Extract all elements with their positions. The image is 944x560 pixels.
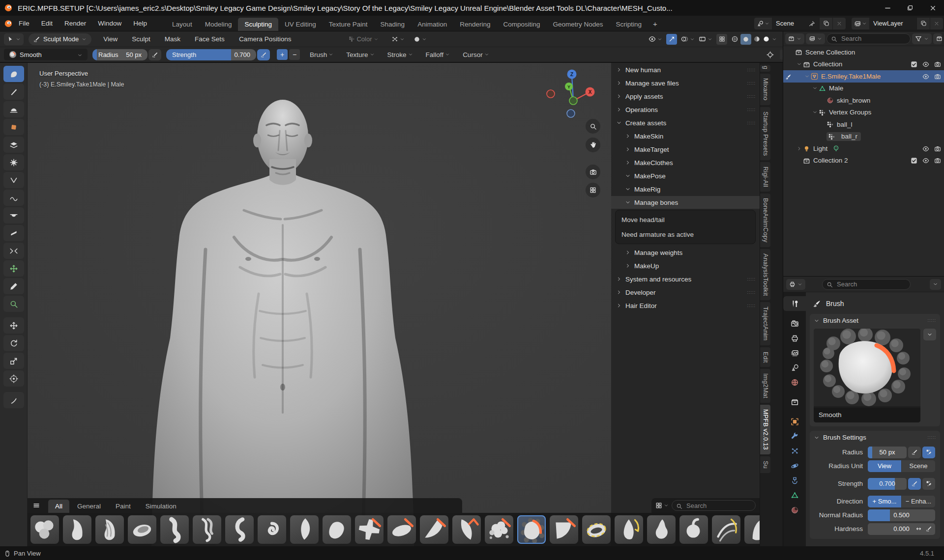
- sidebar-tab-mpfb-v2-0-13[interactable]: MPFB v2.0.13: [760, 405, 770, 454]
- check-toggle[interactable]: [911, 60, 917, 68]
- brush-thumbnail-wedge[interactable]: [550, 515, 578, 544]
- mpfb-section-create-assets[interactable]: Create assets:::::: [611, 116, 760, 129]
- properties-tab-render[interactable]: [783, 316, 806, 331]
- workspace-tab-scripting[interactable]: Scripting: [610, 18, 649, 31]
- sidebar-tab-startup-presets[interactable]: Startup Presets: [760, 107, 770, 161]
- outliner-display-mode-dropdown[interactable]: [785, 33, 804, 44]
- tool-clay-button[interactable]: [3, 101, 24, 117]
- camera-toggle[interactable]: [934, 73, 941, 80]
- tool-display-dropdown[interactable]: [391, 36, 405, 43]
- mpfb-section-maketarget[interactable]: MakeTarget: [611, 143, 760, 156]
- tool-scrape-button[interactable]: [3, 225, 24, 241]
- viewlayer-icon[interactable]: [852, 18, 869, 29]
- brush-thumbnail-cloud[interactable]: [485, 515, 513, 544]
- copy-scene-icon[interactable]: [820, 18, 832, 29]
- shelf-tab-simulation[interactable]: Simulation: [139, 500, 183, 513]
- properties-tab-physics[interactable]: [783, 458, 806, 473]
- direction-enha[interactable]: − Enha...: [902, 496, 935, 507]
- scene-field[interactable]: Scene: [772, 18, 819, 29]
- sidebar-tab-edit[interactable]: Edit: [760, 347, 770, 367]
- drag-grip-icon[interactable]: :::::: [747, 108, 756, 112]
- properties-tab-modifiers[interactable]: [783, 429, 806, 444]
- zoom-view-icon[interactable]: [586, 119, 600, 134]
- menu-help[interactable]: Help: [127, 16, 153, 31]
- color-attribute-dropdown[interactable]: Color: [349, 35, 378, 43]
- viewport-menu-mask[interactable]: Mask: [164, 35, 181, 43]
- eye-toggle[interactable]: [922, 60, 929, 68]
- mpfb-popup-item-move-head-tail[interactable]: Move head/tail: [616, 212, 755, 227]
- mpfb-section-developer[interactable]: Developer:::::: [611, 286, 760, 299]
- brush-thumbnail-crescent[interactable]: [452, 515, 481, 544]
- perspective-toggle-icon[interactable]: [586, 183, 600, 197]
- eye-toggle[interactable]: [922, 145, 929, 152]
- active-tool-button[interactable]: [4, 33, 24, 45]
- tool-rotate-button[interactable]: [3, 335, 24, 351]
- hamburger-menu-icon[interactable]: [32, 502, 40, 510]
- outliner-row-e-smiley-take1male[interactable]: E.Smiley.Take1Male: [783, 70, 944, 83]
- workspace-tab-uv-editing[interactable]: UV Editing: [278, 18, 323, 31]
- brush-settings-panel-header[interactable]: Brush Settings :::::: [810, 431, 940, 445]
- tool-crease-button[interactable]: [3, 172, 24, 188]
- shelf-search-input[interactable]: [685, 502, 751, 510]
- strength-slider[interactable]: Strength 0.700: [166, 49, 256, 60]
- camera-toggle[interactable]: [934, 157, 941, 164]
- outliner-search[interactable]: [826, 33, 911, 44]
- tool-transform-button[interactable]: [3, 370, 24, 387]
- brush-thumbnail-curve-arcs[interactable]: [712, 515, 740, 544]
- outliner-row-light[interactable]: Light: [783, 142, 944, 155]
- brush-thumbnail-cone[interactable]: [420, 515, 448, 544]
- mpfb-section-manage-save-files[interactable]: Manage save files:::::: [611, 77, 760, 89]
- filter-dropdown[interactable]: [912, 33, 932, 44]
- tool-mask-button[interactable]: [3, 278, 24, 294]
- drag-grip-icon[interactable]: :::::: [747, 68, 756, 72]
- panel-grip-icon[interactable]: :::::: [927, 319, 936, 322]
- drag-grip-icon[interactable]: :::::: [747, 95, 756, 98]
- drag-grip-icon[interactable]: :::::: [747, 304, 756, 308]
- mpfb-section-apply-assets[interactable]: Apply assets:::::: [611, 90, 760, 103]
- brush-thumbnail-dish[interactable]: [128, 515, 156, 544]
- blender-menu-icon[interactable]: [4, 19, 13, 28]
- sidebar-tab-partial[interactable]: g: [760, 65, 770, 72]
- outliner-row-ball-r[interactable]: ball_r: [783, 131, 944, 143]
- brush-thumbnail-leaf[interactable]: [290, 515, 319, 544]
- menu-render[interactable]: Render: [59, 16, 92, 31]
- brush-menu-falloff[interactable]: Falloff: [425, 51, 451, 58]
- brush-asset-menu-button[interactable]: [923, 329, 936, 340]
- menu-edit[interactable]: Edit: [35, 16, 59, 31]
- brush-thumbnail-pear[interactable]: [647, 515, 676, 544]
- camera-toggle[interactable]: [934, 60, 941, 68]
- menu-file[interactable]: File: [13, 16, 35, 31]
- brush-thumbnail-balls[interactable]: [30, 515, 59, 544]
- strength-brush-icon[interactable]: [922, 478, 935, 490]
- radius-unit-brush-icon[interactable]: [922, 447, 935, 458]
- mpfb-section-makeup[interactable]: MakeUp: [611, 259, 760, 272]
- mpfb-section-operations[interactable]: Operations:::::: [611, 103, 760, 116]
- workspace-tab-texture-paint[interactable]: Texture Paint: [323, 18, 374, 31]
- brush-thumbnail-hook[interactable]: [225, 515, 254, 544]
- tool-draw-sharp-button[interactable]: [3, 84, 24, 100]
- tool-pinch-button[interactable]: [3, 243, 24, 259]
- shelf-tab-paint[interactable]: Paint: [109, 500, 138, 513]
- tool-annotate-button[interactable]: [3, 392, 24, 408]
- viewport-menu-sculpt[interactable]: Sculpt: [131, 35, 151, 43]
- tool-flatten-button[interactable]: [3, 207, 24, 224]
- mpfb-section-manage-bones[interactable]: Manage bones: [611, 196, 760, 209]
- panel-grip-icon[interactable]: :::::: [927, 436, 936, 439]
- menu-window[interactable]: Window: [92, 16, 127, 31]
- shading-box-icon[interactable]: [716, 34, 727, 45]
- strength-prop-slider[interactable]: 0.700: [868, 478, 907, 490]
- outliner-search-input[interactable]: [840, 34, 906, 43]
- radius-unit-scene[interactable]: Scene: [902, 460, 935, 472]
- copy-viewlayer-icon[interactable]: [917, 18, 930, 29]
- tool-scale-button[interactable]: [3, 353, 24, 369]
- falloff-shape-dropdown[interactable]: [413, 36, 427, 43]
- brush-menu-texture[interactable]: Texture: [345, 51, 375, 58]
- tool-draw-button[interactable]: [3, 66, 24, 82]
- eye-toggle[interactable]: [922, 157, 929, 164]
- sidebar-tab-mixamo[interactable]: Mixamo: [760, 74, 770, 105]
- tool-face-sets-button[interactable]: [3, 296, 24, 312]
- tool-clay-strips-button[interactable]: [3, 119, 24, 135]
- radius-pressure-icon[interactable]: [908, 447, 921, 458]
- brush-thumbnail-cone-soft[interactable]: [744, 515, 760, 544]
- brush-thumbnail-smooth-blob[interactable]: [517, 515, 546, 544]
